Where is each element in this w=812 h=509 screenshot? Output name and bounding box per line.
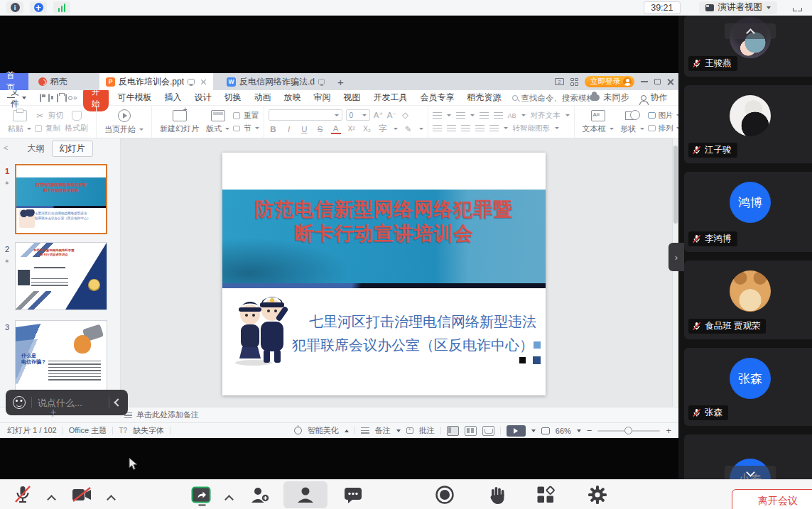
to-smartart-button[interactable]: 转智能图形 (513, 124, 551, 133)
slideshow-play-button[interactable] (507, 425, 526, 437)
slide-thumbnail-2[interactable]: 防范电信新型网络网络犯罪暨断卡行动宣讲培训会 (15, 242, 107, 310)
underline-button[interactable]: U (300, 125, 310, 133)
participants-button[interactable] (296, 486, 315, 504)
section-button[interactable]: 节 (244, 124, 251, 133)
tab-slides[interactable]: 幻灯片 (52, 141, 93, 157)
new-tab-button[interactable]: + (331, 73, 350, 90)
shapes-button[interactable]: 形状 (617, 110, 648, 134)
reading-view-icon[interactable] (482, 426, 494, 436)
menu-transition[interactable]: 切换 (218, 92, 248, 104)
participant-tile[interactable]: 食品班 贾观荣 (684, 261, 812, 339)
justify-icon[interactable] (475, 125, 485, 132)
tab-home[interactable]: 首页 (0, 73, 28, 90)
editing-canvas[interactable]: 防范电信新型网络网络犯罪暨 断卡行动宣讲培训会 (121, 138, 678, 407)
sidebar-collapse-handle[interactable]: › (668, 243, 684, 271)
slide-thumbnail-3[interactable]: 什么是电信诈骗？ (15, 320, 107, 391)
invite-button[interactable] (250, 486, 270, 504)
window-manage-icon[interactable]: 2 (555, 78, 564, 85)
font-name-select[interactable] (269, 109, 342, 121)
print-preview-icon[interactable] (65, 94, 67, 102)
menu-slideshow[interactable]: 放映 (278, 92, 308, 104)
mic-options-chevron[interactable] (47, 495, 56, 504)
normal-view-icon[interactable] (447, 426, 459, 436)
mic-muted-button[interactable] (13, 485, 32, 505)
login-button[interactable]: 立即登录 (585, 76, 634, 87)
export-icon[interactable] (48, 94, 50, 102)
collapse-bubble-icon[interactable] (114, 398, 121, 406)
panel-collapse-icon[interactable]: < (4, 143, 8, 152)
maximize-icon[interactable] (654, 79, 661, 84)
menu-keniu-template[interactable]: 可牛模板 (112, 92, 158, 104)
menu-member[interactable]: 会员专享 (414, 92, 461, 104)
meeting-security-button[interactable] (30, 1, 47, 13)
new-slide-button[interactable]: 新建幻灯片 (156, 110, 202, 134)
camera-options-chevron[interactable] (107, 495, 116, 504)
share-screen-button[interactable] (192, 486, 211, 503)
participant-tile[interactable]: 小春 (684, 434, 812, 479)
beautify-label[interactable]: 智能美化 (308, 425, 339, 436)
fit-slide-icon[interactable] (541, 427, 550, 434)
camera-muted-button[interactable] (71, 486, 92, 503)
tab-document-ppt[interactable]: P 反电诈培训会.ppt (99, 73, 213, 90)
menu-review[interactable]: 审阅 (308, 92, 337, 104)
quick-chat-bubble[interactable] (6, 390, 128, 415)
menu-docer-res[interactable]: 稻壳资源 (461, 92, 508, 104)
raise-hand-button[interactable] (489, 485, 507, 505)
record-button[interactable] (435, 485, 455, 505)
layout-button[interactable]: 版式 (202, 110, 233, 134)
view-mode-dropdown[interactable]: 演讲者视图 (699, 1, 778, 14)
highlight-icon[interactable]: ✎ (404, 124, 413, 134)
workspace-grid-icon[interactable] (570, 78, 578, 86)
zoom-level[interactable]: 66% (556, 427, 571, 435)
text-effect-icon[interactable]: 字 (378, 124, 388, 134)
reset-button[interactable]: 重置 (244, 111, 259, 121)
align-left-icon[interactable] (433, 125, 442, 132)
menu-insert[interactable]: 插入 (158, 92, 188, 104)
menu-animation[interactable]: 动画 (248, 92, 278, 104)
notes-resize-plus[interactable]: + (50, 406, 56, 417)
subscript-button[interactable]: X₂ (362, 125, 372, 133)
format-painter-button[interactable]: 格式刷 (63, 111, 92, 133)
emoji-icon[interactable] (13, 396, 26, 409)
tab-docer[interactable]: 稻壳 (32, 73, 74, 90)
participant-tile[interactable]: 江子骏 (684, 85, 812, 163)
participant-tile[interactable]: 张森 张森 (684, 348, 812, 426)
scroll-up-overlay[interactable] (725, 23, 776, 39)
line-spacing-icon[interactable] (489, 125, 499, 132)
participant-tile[interactable]: 王骏燕 (684, 16, 812, 77)
font-color-icon[interactable]: A (331, 124, 341, 134)
superscript-button[interactable]: X² (347, 125, 357, 133)
zoom-slider[interactable] (597, 430, 660, 432)
clear-format-icon[interactable]: ◇ (401, 110, 411, 120)
menu-view[interactable]: 视图 (337, 92, 367, 104)
play-from-current-button[interactable]: 当页开始 (101, 109, 147, 135)
paste-button[interactable]: 粘贴 (4, 110, 35, 134)
picture-button[interactable]: 图片 (659, 111, 673, 121)
strike-button[interactable]: S (315, 125, 325, 133)
missing-font-label[interactable]: 缺失字体 (133, 425, 164, 436)
command-search-input[interactable] (521, 94, 590, 102)
bold-button[interactable]: B (269, 125, 278, 133)
settings-button[interactable] (588, 485, 607, 505)
fullscreen-icon[interactable] (793, 4, 802, 11)
text-direction-icon[interactable]: AB (508, 112, 516, 119)
share-options-chevron[interactable] (224, 495, 234, 504)
slide-thumbnail-1[interactable]: 防范电信新型网络网络犯罪暨断卡行动宣讲培训会 七里河区打击治理电信网络新型违法犯… (15, 164, 107, 234)
theme-name[interactable]: Office 主题 (69, 425, 107, 436)
save-icon[interactable] (40, 94, 41, 102)
align-text-button[interactable]: 对齐文本 (531, 111, 561, 121)
leave-meeting-button[interactable]: 离开会议 (732, 489, 812, 509)
scroll-down-overlay[interactable] (725, 466, 776, 479)
more-quick-icons[interactable]: » (73, 94, 77, 102)
apps-button[interactable] (536, 485, 556, 504)
collaborate-label[interactable]: 协作 (651, 92, 668, 104)
copy-button[interactable]: 复制 (45, 124, 60, 133)
align-right-icon[interactable] (461, 125, 470, 132)
italic-button[interactable]: I (284, 125, 294, 133)
font-size-select[interactable]: 0 (346, 109, 370, 121)
zoom-in-button[interactable]: + (666, 425, 671, 436)
notes-toggle-label[interactable]: 备注 (375, 425, 391, 436)
slide-1-canvas[interactable]: 防范电信新型网络网络犯罪暨 断卡行动宣讲培训会 (222, 153, 546, 395)
tab-outline[interactable]: 大纲 (28, 143, 45, 155)
increase-font-icon[interactable]: A⁺ (374, 110, 384, 120)
